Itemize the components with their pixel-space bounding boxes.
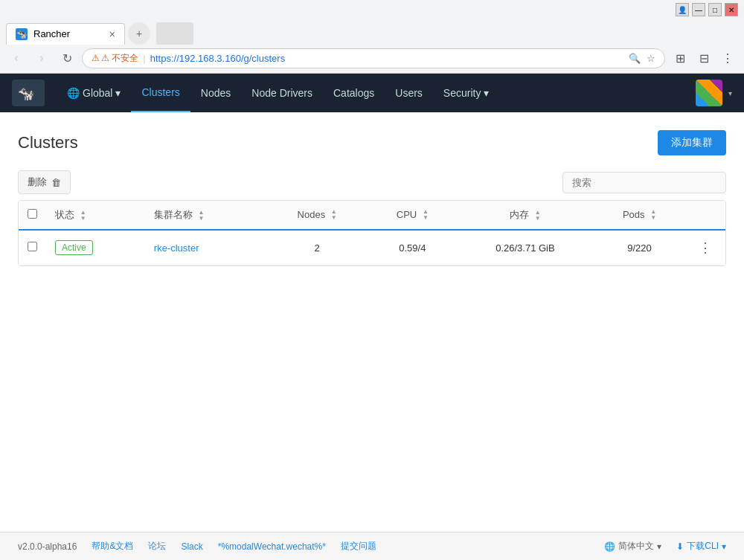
extensions-btn-2[interactable]: ⊟: [693, 48, 714, 68]
url-text: https://192.168.3.160/g/clusters: [150, 53, 624, 64]
extensions-btn-1[interactable]: ⊞: [670, 48, 690, 68]
nav-node-drivers-label: Node Drivers: [251, 87, 312, 99]
sort-pods-icon: ▲▼: [650, 209, 656, 221]
nav-bar: 🐄 🌐 Global ▾ Clusters Nodes Node Drivers…: [0, 74, 744, 112]
warning-icon: ⚠: [92, 53, 100, 63]
footer-link-forum[interactable]: 论坛: [148, 540, 166, 553]
row-action-button[interactable]: ⋮: [694, 238, 716, 257]
nav-clusters-label: Clusters: [141, 86, 179, 98]
row-status-cell: Active: [46, 230, 145, 265]
select-all-header: [19, 201, 46, 230]
clusters-table: 状态 ▲▼ 集群名称 ▲▼ Nodes ▲▼ CPU: [18, 200, 726, 266]
nav-item-node-drivers[interactable]: Node Drivers: [241, 74, 323, 112]
reload-button[interactable]: ↻: [57, 48, 77, 68]
nav-logo[interactable]: 🐄: [12, 80, 45, 106]
nav-global-dropdown[interactable]: 🌐 Global ▾: [57, 74, 131, 112]
tab-close-btn[interactable]: ×: [109, 28, 115, 40]
row-memory-cell: 0.26/3.71 GiB: [457, 230, 594, 265]
more-menu-btn[interactable]: ⋮: [717, 48, 738, 68]
cluster-name-link[interactable]: rke-cluster: [154, 242, 199, 254]
security-dropdown-arrow: ▾: [484, 87, 489, 99]
new-tab-btn[interactable]: +: [128, 22, 150, 45]
user-dropdown-arrow[interactable]: ▾: [728, 89, 732, 97]
page-title: Clusters: [18, 133, 78, 152]
tab-placeholder: [156, 22, 193, 45]
select-all-checkbox[interactable]: [28, 209, 37, 219]
col-cluster-name[interactable]: 集群名称 ▲▼: [145, 201, 266, 230]
back-icon: ‹: [14, 51, 18, 65]
nav-catalogs-label: Catalogs: [333, 87, 374, 99]
sort-nodes-icon: ▲▼: [331, 209, 337, 221]
col-actions: [685, 201, 725, 230]
delete-label: 删除: [28, 176, 47, 189]
url-separator: |: [143, 53, 145, 64]
svg-text:🐄: 🐄: [18, 86, 35, 102]
nav-item-security[interactable]: Security ▾: [433, 74, 500, 112]
row-checkbox-cell: [19, 230, 46, 265]
browser-tab[interactable]: Rancher ×: [6, 23, 125, 45]
bookmark-icon[interactable]: ☆: [647, 53, 655, 64]
titlebar-user-btn[interactable]: 👤: [676, 3, 689, 16]
language-icon: 🌐: [604, 541, 615, 552]
titlebar-minimize-btn[interactable]: —: [692, 3, 705, 16]
cli-download-arrow: ▾: [722, 541, 726, 552]
tab-title: Rancher: [33, 28, 103, 39]
tab-favicon: [16, 28, 28, 40]
minimize-icon: —: [695, 6, 702, 14]
footer-link-issue[interactable]: 提交问题: [341, 540, 376, 553]
row-checkbox[interactable]: [28, 242, 37, 251]
close-icon: ✕: [728, 6, 734, 14]
cli-download-icon: ⬇: [676, 541, 684, 552]
search-icon[interactable]: 🔍: [629, 53, 641, 64]
sort-status-icon: ▲▼: [80, 210, 86, 222]
global-dropdown-arrow: ▾: [115, 87, 121, 99]
version-label: v2.0.0-alpha16: [18, 541, 77, 552]
maximize-icon: □: [713, 6, 717, 14]
avatar-image: [696, 80, 722, 106]
ext2-icon: ⊟: [699, 51, 709, 65]
language-label: 简体中文: [618, 540, 654, 553]
sort-name-icon: ▲▼: [198, 210, 204, 222]
row-cpu-cell: 0.59/4: [368, 230, 457, 265]
footer-link-docs[interactable]: 帮助&文档: [92, 540, 133, 553]
nav-item-users[interactable]: Users: [385, 74, 433, 112]
back-button[interactable]: ‹: [6, 48, 27, 68]
sort-memory-icon: ▲▼: [535, 210, 541, 222]
address-bar[interactable]: ⚠ ⚠ 不安全 | https://192.168.3.160/g/cluste…: [82, 48, 665, 68]
language-selector[interactable]: 🌐 简体中文 ▾: [604, 540, 661, 553]
page-header: Clusters 添加集群: [18, 130, 726, 155]
col-status[interactable]: 状态 ▲▼: [46, 201, 145, 230]
delete-icon: 🗑: [51, 177, 61, 188]
nav-item-nodes[interactable]: Nodes: [190, 74, 241, 112]
reload-icon: ↻: [62, 51, 72, 65]
more-icon: ⋮: [722, 51, 734, 65]
col-nodes[interactable]: Nodes ▲▼: [266, 201, 368, 230]
user-avatar[interactable]: [696, 80, 722, 106]
cli-download[interactable]: ⬇ 下载CLI ▾: [676, 540, 726, 553]
rancher-logo-icon: 🐄: [15, 82, 42, 104]
forward-button[interactable]: ›: [31, 48, 52, 68]
nav-item-clusters[interactable]: Clusters: [131, 74, 190, 112]
sort-cpu-icon: ▲▼: [423, 209, 429, 221]
nav-items: 🌐 Global ▾ Clusters Nodes Node Drivers C…: [57, 74, 696, 112]
delete-button[interactable]: 删除 🗑: [18, 170, 71, 194]
col-memory[interactable]: 内存 ▲▼: [457, 201, 594, 230]
footer-link-wechat[interactable]: *%modalWechat.wechat%*: [218, 541, 326, 552]
titlebar-close-btn[interactable]: ✕: [725, 3, 738, 16]
footer: v2.0.0-alpha16 帮助&文档 论坛 Slack *%modalWec…: [0, 532, 744, 560]
col-cpu[interactable]: CPU ▲▼: [368, 201, 457, 230]
row-nodes-cell: 2: [266, 230, 368, 265]
titlebar-maximize-btn[interactable]: □: [708, 3, 722, 16]
titlebar-user-icon: 👤: [678, 6, 687, 14]
globe-icon: 🌐: [67, 87, 80, 99]
nav-right: ▾: [696, 80, 732, 106]
footer-link-slack[interactable]: Slack: [181, 541, 202, 552]
search-input[interactable]: [562, 172, 726, 193]
nav-security-label: Security: [443, 87, 481, 99]
row-pods-cell: 9/220: [594, 230, 685, 265]
add-cluster-button[interactable]: 添加集群: [658, 130, 726, 155]
table-row: Active rke-cluster 2 0.59/4 0.26/3.71 Gi: [19, 230, 725, 265]
status-badge: Active: [55, 240, 93, 255]
col-pods[interactable]: Pods ▲▼: [594, 201, 685, 230]
nav-item-catalogs[interactable]: Catalogs: [323, 74, 385, 112]
